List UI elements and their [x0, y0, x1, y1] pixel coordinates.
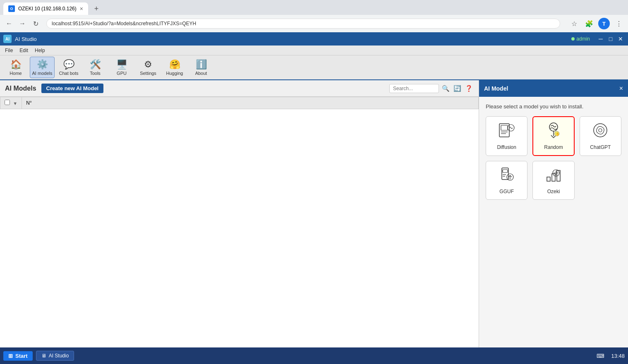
panel-title: AI Models: [5, 85, 36, 92]
chatgpt-icon: [592, 122, 609, 142]
profile-button[interactable]: T: [598, 18, 610, 29]
toolbar: 🏠 Home ⚙️ AI models 💬 Chat bots 🛠️ Tools…: [0, 55, 628, 80]
close-tab-icon[interactable]: ×: [80, 5, 83, 12]
ozeki-icon: [545, 166, 562, 186]
tab-title: OZEKI 10 (192.168.0.126): [18, 6, 77, 12]
chat-bots-button[interactable]: 💬 Chat bots: [56, 57, 81, 78]
right-panel-title: AI Model: [484, 85, 508, 92]
url-text: localhost:9515/AI+Studio/?a=Models&ncref…: [52, 21, 196, 26]
app-titlebar: AI AI Studio admin ─ □ ✕: [0, 32, 628, 46]
close-button[interactable]: ✕: [616, 35, 625, 43]
search-button[interactable]: 🔍: [441, 84, 451, 93]
keyboard-icon[interactable]: ⌨: [597, 353, 604, 359]
menu-edit[interactable]: Edit: [16, 47, 31, 54]
taskbar-app-item[interactable]: 🖥 AI Studio: [36, 351, 74, 361]
taskbar-time: 13:48: [611, 353, 625, 359]
panel-header: AI Models Create new AI Model 🔍 🔄 ❓: [0, 80, 479, 97]
home-button[interactable]: 🏠 Home: [3, 57, 28, 78]
menu-file[interactable]: File: [2, 47, 16, 54]
search-area: 🔍 🔄 ❓: [389, 84, 474, 93]
model-card-diffusion[interactable]: Diffusion: [486, 116, 527, 156]
select-all-checkbox[interactable]: [5, 100, 10, 105]
refresh-button[interactable]: ↻: [30, 18, 41, 29]
taskbar-right: ⌨ 13:48: [597, 353, 625, 359]
svg-rect-1: [501, 125, 508, 130]
taskbar-app-icon: 🖥: [41, 353, 46, 359]
hugging-label: Hugging: [166, 71, 183, 76]
right-panel-description: Please select a model you wish to instal…: [479, 97, 628, 116]
svg-text:✋: ✋: [556, 132, 560, 136]
random-icon: ✋: [545, 122, 562, 142]
taskbar: ⊞ Start 🖥 AI Studio ⌨ 13:48: [0, 347, 628, 364]
ai-models-label: AI models: [32, 71, 53, 76]
svg-point-10: [599, 129, 602, 132]
refresh-data-button[interactable]: 🔄: [452, 84, 462, 93]
chevron-down-icon[interactable]: ▼: [13, 101, 17, 106]
ai-models-button[interactable]: ⚙️ AI models: [30, 57, 55, 78]
ai-models-icon: ⚙️: [37, 59, 48, 70]
tools-icon: 🛠️: [90, 59, 101, 70]
close-panel-button[interactable]: ×: [619, 85, 623, 92]
table-area: ▼ N°: [0, 97, 479, 347]
main-panel: AI Models Create new AI Model 🔍 🔄 ❓: [0, 80, 479, 364]
chat-bots-label: Chat bots: [59, 71, 78, 76]
model-grid: Diffusion ✋ Random: [479, 116, 628, 200]
new-tab-button[interactable]: +: [91, 3, 102, 14]
chat-bots-icon: 💬: [63, 59, 74, 70]
svg-rect-12: [503, 170, 508, 172]
admin-dot: [571, 37, 575, 41]
tools-label: Tools: [90, 71, 101, 76]
menu-help[interactable]: Help: [31, 47, 48, 54]
tab-favicon: O: [8, 5, 15, 12]
extensions-icon[interactable]: 🧩: [583, 18, 595, 29]
menubar: File Edit Help: [0, 46, 628, 55]
bookmark-icon[interactable]: ☆: [568, 18, 580, 29]
diffusion-label: Diffusion: [497, 144, 516, 150]
gpu-label: GPU: [117, 71, 127, 76]
model-card-chatgpt[interactable]: ChatGPT: [580, 116, 621, 156]
gpu-button[interactable]: 🖥️ GPU: [109, 57, 134, 78]
back-button[interactable]: ←: [3, 18, 15, 29]
address-bar[interactable]: localhost:9515/AI+Studio/?a=Models&ncref…: [46, 19, 560, 29]
hugging-icon: 🤗: [169, 59, 180, 70]
about-button[interactable]: ℹ️ About: [189, 57, 213, 78]
model-card-gguf[interactable]: GGUF: [486, 161, 527, 200]
start-label: Start: [15, 353, 28, 359]
settings-button[interactable]: ⚙ Settings: [136, 57, 161, 78]
tools-button[interactable]: 🛠️ Tools: [83, 57, 108, 78]
maximize-button[interactable]: □: [606, 35, 615, 43]
gguf-label: GGUF: [499, 189, 514, 194]
svg-rect-17: [547, 177, 550, 181]
create-new-model-button[interactable]: Create new AI Model: [41, 84, 104, 93]
admin-badge: admin: [571, 36, 590, 42]
random-label: Random: [544, 144, 563, 150]
home-icon: 🏠: [10, 59, 22, 70]
chatgpt-label: ChatGPT: [590, 144, 611, 150]
model-card-random[interactable]: ✋ Random: [532, 116, 574, 156]
search-input[interactable]: [389, 84, 439, 93]
settings-label: Settings: [140, 71, 156, 76]
about-label: About: [195, 71, 207, 76]
start-button[interactable]: ⊞ Start: [3, 351, 33, 361]
menu-icon[interactable]: ⋮: [613, 18, 625, 29]
model-card-ozeki[interactable]: Ozeki: [532, 161, 574, 200]
hugging-button[interactable]: 🤗 Hugging: [162, 57, 187, 78]
home-label: Home: [10, 71, 22, 76]
settings-icon: ⚙: [144, 59, 152, 70]
browser-tabs: O OZEKI 10 (192.168.0.126) × +: [0, 0, 628, 15]
col-number: N°: [22, 97, 479, 109]
svg-point-5: [549, 123, 558, 131]
minimize-button[interactable]: ─: [597, 35, 605, 43]
right-panel-header: AI Model ×: [479, 80, 628, 97]
browser-tab: O OZEKI 10 (192.168.0.126) ×: [3, 2, 88, 15]
ozeki-label: Ozeki: [547, 189, 560, 194]
taskbar-app-label: AI Studio: [49, 353, 69, 359]
data-table: ▼ N°: [0, 97, 479, 109]
svg-point-9: [594, 124, 607, 137]
gpu-icon: 🖥️: [116, 59, 127, 70]
forward-button[interactable]: →: [17, 18, 28, 29]
diffusion-icon: [499, 122, 515, 142]
col-checkbox: ▼: [0, 97, 22, 109]
app-window: AI AI Studio admin ─ □ ✕ File Edit Help …: [0, 32, 628, 364]
help-button[interactable]: ❓: [464, 84, 474, 93]
